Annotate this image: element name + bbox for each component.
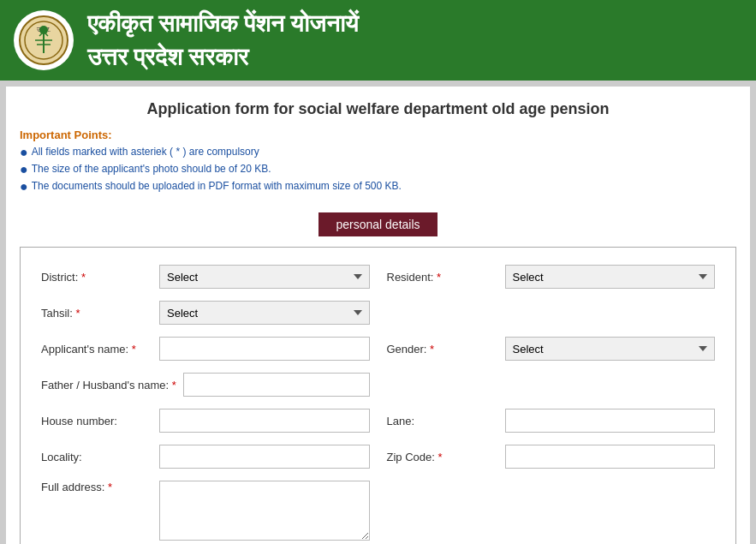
- house-number-label: House number:: [41, 415, 152, 427]
- header-logo: उ.प्र.: [14, 10, 74, 70]
- resident-select[interactable]: Select: [505, 265, 716, 289]
- form-row-house-lane: House number: Lane:: [41, 409, 715, 433]
- header-title-line2: उत्तर प्रदेश सरकार: [87, 40, 359, 74]
- form-row-father: Father / Husband's name: *: [41, 373, 715, 397]
- bullet-icon-1: ●: [20, 146, 28, 159]
- applicant-required: *: [132, 343, 136, 356]
- full-address-col: Full address: *: [41, 481, 370, 541]
- gender-select[interactable]: Select: [505, 337, 716, 361]
- zip-input[interactable]: [505, 445, 716, 469]
- full-address-label: Full address: *: [41, 481, 152, 493]
- page-title: Application form for social welfare depa…: [20, 100, 736, 118]
- house-number-input[interactable]: [159, 409, 370, 433]
- header: उ.प्र. एकीकृत सामाजिक पेंशन योजनायें उत्…: [0, 0, 756, 81]
- bullet-icon-2: ●: [20, 163, 28, 176]
- gender-col: Gender: * Select: [387, 337, 716, 361]
- lane-col: Lane:: [387, 409, 716, 433]
- logo-icon: उ.प्र.: [18, 15, 69, 66]
- locality-col: Locality:: [41, 445, 370, 469]
- tahsil-required: *: [75, 307, 80, 320]
- father-label: Father / Husband's name: *: [41, 379, 176, 392]
- district-required: *: [81, 271, 86, 284]
- form-row-name-gender: Applicant's name: * Gender: * Select: [41, 337, 715, 361]
- info-point-2: ● The size of the applicant's photo shou…: [20, 162, 736, 176]
- address-required: *: [108, 481, 112, 493]
- gender-label: Gender: *: [387, 343, 498, 356]
- father-husband-input[interactable]: [183, 373, 370, 397]
- svg-point-6: [39, 26, 48, 34]
- form-row-district-resident: District: * Select Resident: * Select: [41, 265, 715, 289]
- form-row-address: Full address: *: [41, 481, 715, 541]
- info-text-1: All fields marked with asteriek ( * ) ar…: [32, 145, 259, 159]
- info-point-3: ● The documents should be uploaded in PD…: [20, 179, 736, 194]
- info-text-3: The documents should be uploaded in PDF …: [32, 179, 402, 194]
- tahsil-col: Tahsil: * Select: [41, 301, 370, 325]
- gender-required: *: [430, 343, 434, 356]
- full-address-textarea[interactable]: [159, 481, 370, 541]
- resident-label: Resident: *: [387, 271, 498, 284]
- section-header: personal details: [318, 212, 437, 236]
- form-row-locality-zip: Locality: Zip Code: *: [41, 445, 715, 469]
- form-container: District: * Select Resident: * Select: [20, 247, 736, 544]
- form-row-tahsil: Tahsil: * Select: [41, 301, 715, 325]
- district-label: District: *: [41, 271, 152, 284]
- tahsil-select[interactable]: Select: [159, 301, 370, 325]
- important-label: Important Points:: [20, 129, 736, 141]
- applicant-name-col: Applicant's name: *: [41, 337, 370, 361]
- resident-col: Resident: * Select: [387, 265, 716, 289]
- lane-input[interactable]: [505, 409, 716, 433]
- district-col: District: * Select: [41, 265, 370, 289]
- zip-label: Zip Code: *: [387, 451, 498, 463]
- applicant-name-input[interactable]: [159, 337, 370, 361]
- lane-label: Lane:: [387, 415, 498, 427]
- section-header-wrapper: personal details: [20, 202, 736, 247]
- locality-input[interactable]: [159, 445, 370, 469]
- locality-label: Locality:: [41, 451, 152, 463]
- father-required: *: [172, 379, 176, 392]
- zip-col: Zip Code: *: [387, 445, 716, 469]
- tahsil-label: Tahsil: *: [41, 307, 152, 320]
- important-section: Important Points: ● All fields marked wi…: [20, 129, 736, 194]
- main-container: Application form for social welfare depa…: [5, 86, 751, 544]
- applicant-name-label: Applicant's name: *: [41, 343, 152, 356]
- district-select[interactable]: Select: [159, 265, 370, 289]
- bullet-icon-3: ●: [20, 180, 28, 194]
- info-text-2: The size of the applicant's photo should…: [32, 162, 271, 176]
- header-title-line1: एकीकृत सामाजिक पेंशन योजनायें: [87, 7, 359, 40]
- father-col: Father / Husband's name: *: [41, 373, 370, 397]
- info-point-1: ● All fields marked with asteriek ( * ) …: [20, 145, 736, 159]
- resident-required: *: [437, 271, 441, 284]
- house-number-col: House number:: [41, 409, 370, 433]
- header-text: एकीकृत सामाजिक पेंशन योजनायें उत्तर प्रद…: [87, 7, 359, 74]
- zip-required: *: [438, 451, 443, 463]
